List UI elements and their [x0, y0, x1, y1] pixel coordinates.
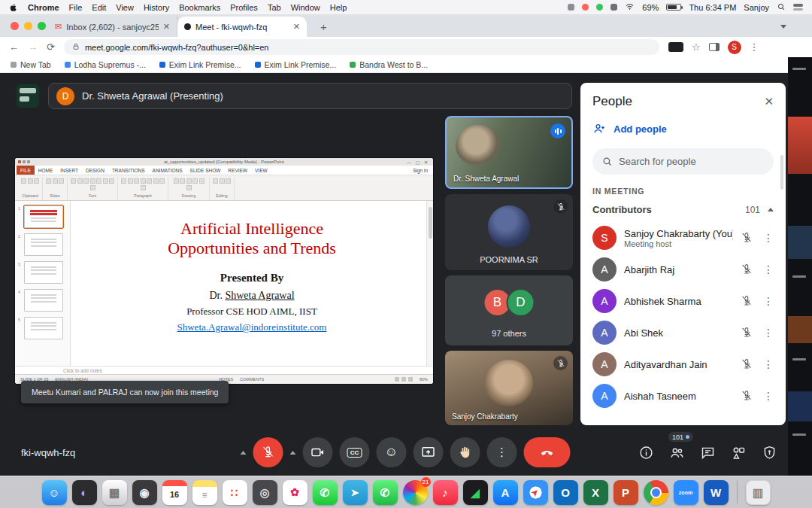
outlook-dock-icon[interactable]: O	[553, 480, 578, 505]
menubar-clock[interactable]: Thu 6:34 PM	[689, 3, 736, 12]
participant-more-button[interactable]: ⋮	[760, 295, 774, 307]
excel-dock-icon[interactable]: X	[583, 480, 608, 505]
participant-mic-off-icon[interactable]	[741, 358, 753, 370]
music-dock-icon[interactable]: ♪	[433, 480, 458, 505]
launchpad-dock-icon[interactable]: ▦	[102, 480, 127, 505]
menu-item-history[interactable]: History	[144, 3, 169, 12]
word-dock-icon[interactable]: W	[704, 480, 729, 505]
menu-item-window[interactable]: Window	[291, 3, 320, 12]
close-tab-icon[interactable]: ✕	[293, 22, 300, 32]
video-tile-presenter[interactable]: Dr. Shweta Agrawal	[445, 116, 573, 189]
tab-gmail-inbox[interactable]: ✉ Inbox (2,602) - sanjoyc25@g... ✕	[48, 17, 177, 37]
search-input[interactable]	[619, 156, 750, 167]
participant-row[interactable]: AAishah Tasneem⋮	[580, 380, 786, 412]
battery-icon[interactable]	[666, 4, 681, 11]
participant-mic-off-icon[interactable]	[741, 263, 753, 275]
camera-button[interactable]	[303, 437, 333, 467]
meeting-info-icon[interactable]	[638, 444, 654, 461]
people-search[interactable]	[592, 148, 774, 175]
wifi-icon[interactable]	[625, 2, 635, 13]
raise-hand-button[interactable]	[450, 437, 480, 467]
presentation-thumbnail-chip[interactable]	[17, 84, 39, 108]
participant-more-button[interactable]: ⋮	[760, 390, 774, 402]
camera-status-icon[interactable]	[596, 4, 603, 11]
shared-presentation[interactable]: ai_opportunities_updated [Compatibility …	[15, 158, 433, 384]
participant-mic-off-icon[interactable]	[741, 295, 753, 307]
menu-item-bookmarks[interactable]: Bookmarks	[179, 3, 220, 12]
tab-meet[interactable]: Meet - fki-wqwh-fzq ✕	[177, 17, 307, 37]
whatsapp-dock-icon[interactable]: ✆	[373, 480, 398, 505]
bookmark-item[interactable]: Bandra West to B...	[350, 60, 428, 69]
notes-dock-icon[interactable]: ≡	[192, 480, 217, 505]
camera-options-chevron-icon[interactable]	[290, 451, 296, 455]
profile-avatar[interactable]: S	[728, 41, 741, 54]
bookmark-star-icon[interactable]: ☆	[692, 41, 701, 53]
participant-row[interactable]: AAbarjith Raj⋮	[580, 254, 786, 285]
menu-item-tab[interactable]: Tab	[268, 3, 281, 12]
close-window-button[interactable]	[11, 22, 19, 30]
activities-icon[interactable]	[730, 444, 747, 461]
host-controls-icon[interactable]	[761, 444, 777, 461]
powerpoint-dock-icon[interactable]: P	[614, 480, 638, 505]
participant-mic-off-icon[interactable]	[741, 390, 753, 402]
mic-options-chevron-icon[interactable]	[241, 451, 247, 455]
record-status-icon[interactable]	[582, 4, 589, 11]
tab-sharing-indicator[interactable]	[668, 42, 683, 52]
participant-row[interactable]: AAbi Shek⋮	[580, 317, 786, 348]
side-panel-icon[interactable]	[709, 43, 720, 51]
menu-item-edit[interactable]: Edit	[92, 3, 106, 12]
appstore-dock-icon[interactable]: A	[493, 480, 518, 505]
maximize-window-button[interactable]	[38, 22, 46, 30]
add-people-button[interactable]: Add people	[580, 115, 786, 142]
video-tile-poornima[interactable]: POORNIMA SR	[445, 194, 573, 270]
address-bar[interactable]: meet.google.com/fki-wqwh-fzq?authuser=0&…	[64, 39, 659, 55]
menu-item-file[interactable]: File	[69, 3, 83, 12]
participant-more-button[interactable]: ⋮	[760, 358, 774, 370]
reactions-button[interactable]: ☺	[377, 437, 407, 467]
new-tab-button[interactable]: +	[314, 17, 333, 37]
end-call-button[interactable]	[524, 437, 571, 467]
menu-item-view[interactable]: View	[116, 3, 134, 12]
stocks-dock-icon[interactable]: ◢	[463, 480, 488, 505]
status-icon[interactable]	[611, 4, 617, 11]
participant-more-button[interactable]: ⋮	[760, 232, 774, 244]
reload-button[interactable]: ⟳	[47, 42, 55, 52]
participant-mic-off-icon[interactable]	[741, 232, 753, 244]
apple-menu-icon[interactable]	[9, 3, 18, 12]
participant-mic-off-icon[interactable]	[741, 327, 753, 339]
presenter-banner[interactable]: D Dr. Shweta Agrawal (Presenting)	[48, 83, 572, 109]
menu-item-profiles[interactable]: Profiles	[230, 3, 258, 12]
mic-mute-button[interactable]	[253, 437, 283, 467]
video-tile-sanjoy[interactable]: Sanjoy Chakrabarty	[445, 351, 573, 425]
close-panel-icon[interactable]: ✕	[764, 95, 774, 108]
participant-more-button[interactable]: ⋮	[760, 263, 774, 275]
control-center-icon[interactable]	[793, 3, 803, 11]
chat-panel-icon[interactable]	[699, 444, 716, 461]
present-button[interactable]	[414, 437, 444, 467]
pinwheel-dock-icon[interactable]: 21	[403, 480, 428, 505]
contributors-header[interactable]: Contributors 101	[580, 197, 786, 222]
trash-dock-icon[interactable]: ▥	[746, 480, 771, 505]
photos-dock-icon[interactable]: ✿	[283, 480, 308, 505]
calendar-dock-icon[interactable]: 16	[162, 480, 187, 505]
camera-dock-icon[interactable]: ◎	[253, 480, 277, 505]
photo-booth-dock-icon[interactable]: ◉	[132, 480, 157, 505]
browser-menu-icon[interactable]: ⋮	[750, 41, 759, 53]
tab-search-chevron-icon[interactable]	[780, 25, 786, 29]
more-options-button[interactable]: ⋮	[487, 437, 517, 467]
finder-dock-icon[interactable]: ☺	[42, 480, 67, 505]
captions-button[interactable]: CC	[340, 437, 370, 467]
menubar-app-name[interactable]: Chrome	[28, 3, 59, 12]
menubar-user[interactable]: Sanjoy	[744, 3, 769, 12]
zoom-dock-icon[interactable]: zoom	[674, 480, 698, 505]
bookmark-item[interactable]: Lodha Supremus -...	[65, 60, 146, 69]
bookmark-item[interactable]: New Tab	[11, 60, 51, 69]
siri-dock-icon[interactable]: ◐	[72, 480, 97, 505]
forward-button[interactable]: →	[28, 42, 38, 52]
bookmark-item[interactable]: Exim Link Premise...	[159, 60, 241, 69]
reminders-dock-icon[interactable]: ∷	[223, 480, 247, 505]
participant-row[interactable]: AAbhishek Sharma⋮	[580, 285, 786, 317]
people-panel-icon[interactable]: 101	[668, 444, 685, 461]
participant-row[interactable]: SSanjoy Chakrabarty (You)Meeting host⋮	[580, 222, 786, 254]
safari-dock-icon[interactable]: ➤	[523, 480, 548, 505]
